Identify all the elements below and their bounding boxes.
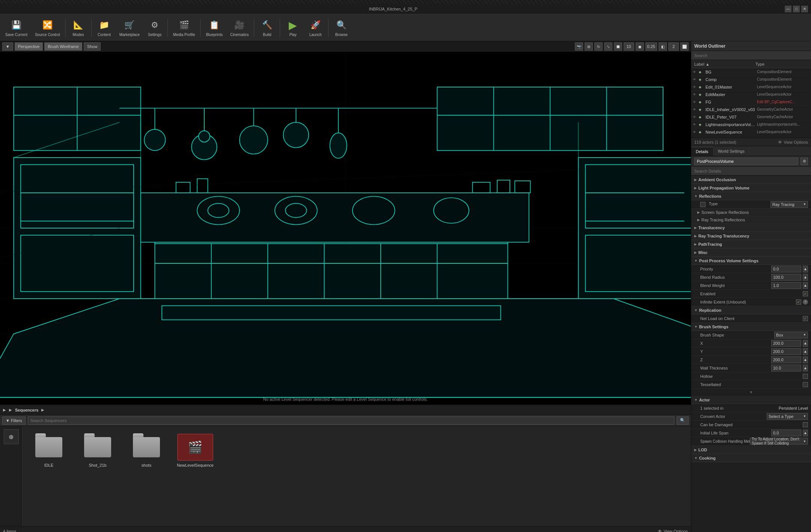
wall-thickness-spin[interactable]: ▲: [803, 365, 808, 371]
priority-input[interactable]: [771, 266, 801, 272]
build-button[interactable]: 🔨 Build: [256, 17, 278, 38]
sequencer-collapse-arrow[interactable]: ▶: [3, 408, 6, 412]
hollow-checkbox[interactable]: [803, 374, 808, 379]
sequencer-folder-idle[interactable]: IDLE: [30, 434, 68, 467]
marketplace-button[interactable]: 🛒 Marketplace: [116, 17, 143, 38]
minimize-button[interactable]: —: [785, 6, 791, 12]
infinite-info-icon[interactable]: ?: [803, 299, 808, 305]
brush-shape-dropdown[interactable]: Box ▼: [774, 332, 808, 338]
sequencer-item-newlevelsequence[interactable]: 🎬 NewLevelSequence: [176, 434, 214, 467]
launch-button[interactable]: 🚀 Launch: [304, 17, 327, 38]
snap-icon[interactable]: 🔲: [614, 42, 622, 51]
seq-view-options-button[interactable]: 👁 View Options: [658, 529, 688, 532]
tab-world-settings[interactable]: World Settings: [713, 147, 749, 156]
section-header-reflections[interactable]: ▼ Reflections: [691, 192, 811, 200]
subsection-ray-tracing-reflections[interactable]: ▶ Ray Tracing Reflections: [691, 216, 811, 224]
grid-icon[interactable]: ⊞: [585, 42, 593, 51]
wo-row-bg[interactable]: 👁 ◆ BG CompositionElement: [691, 68, 811, 76]
wo-row-lightmass[interactable]: 👁 ◆ LightmassImportanceVolume LightmassI…: [691, 121, 811, 128]
can-be-damaged-checkbox[interactable]: [803, 422, 808, 427]
section-header-ppvs[interactable]: ▼ Post Process Volume Settings: [691, 257, 811, 265]
section-header-cooking[interactable]: ▼ Cooking: [691, 454, 811, 462]
wireframe-button[interactable]: Brush Wireframe: [44, 42, 82, 51]
maximize-viewport-icon[interactable]: ⬜: [680, 42, 689, 51]
section-header-actor[interactable]: ▼ Actor: [691, 396, 811, 404]
rotation-icon[interactable]: ↻: [594, 42, 603, 51]
wo-row-fg[interactable]: 👁 ◆ FG Edit BP_CgCaptureC...: [691, 98, 811, 106]
life-span-input[interactable]: [771, 430, 801, 436]
details-search-input[interactable]: [691, 167, 811, 176]
sequencer-search-right-button[interactable]: 🔍: [677, 416, 689, 425]
blueprints-button[interactable]: 📋 Blueprints: [202, 17, 226, 38]
show-button[interactable]: Show: [84, 42, 101, 51]
wo-row-idle-inhaler[interactable]: 👁 ◆ IDLE_Inhaler_sV0002_v03 GeometryCach…: [691, 106, 811, 113]
viewport-options-button[interactable]: ▼: [2, 42, 13, 51]
wo-row-idle-peter[interactable]: 👁 ◆ IDLE_Peter_V07 GeometryCacheActor: [691, 113, 811, 121]
wo-row-edit01[interactable]: 👁 ◆ Edit_01Master LevelSequenceActor: [691, 83, 811, 91]
actor-settings-button[interactable]: ⚙: [800, 158, 808, 165]
source-control-button[interactable]: 🔀 Source Control: [31, 17, 64, 38]
wall-thickness-input[interactable]: [771, 365, 801, 371]
cinematics-button[interactable]: 🎥 Cinematics: [226, 17, 252, 38]
tessellated-checkbox[interactable]: [803, 382, 808, 387]
actor-name-input[interactable]: [694, 158, 798, 165]
section-header-translucency[interactable]: ▶ Translucency: [691, 224, 811, 232]
modes-button[interactable]: 📐 Modes: [67, 17, 90, 38]
speed-value[interactable]: 0.25: [645, 42, 657, 51]
section-header-light-propagation[interactable]: ▶ Light Propagation Volume: [691, 184, 811, 192]
brush-x-input[interactable]: [771, 340, 801, 347]
surface-icon[interactable]: ◼: [636, 42, 644, 51]
save-current-button[interactable]: 💾 Save Current: [2, 17, 31, 38]
sequencer-filters-button[interactable]: ▼ Filters: [2, 416, 26, 425]
blend-weight-input[interactable]: [771, 282, 801, 289]
close-button[interactable]: ✕: [801, 6, 808, 12]
wo-label-col[interactable]: Label ▲: [694, 62, 755, 66]
section-header-replication[interactable]: ▼ Replication: [691, 306, 811, 314]
wo-row-comp[interactable]: 👁 ◆ Comp CompositionElement: [691, 76, 811, 83]
blend-radius-input[interactable]: [771, 274, 801, 281]
sequencer-folder-shots[interactable]: shots: [128, 434, 165, 467]
browse-button[interactable]: 🔍 Browse: [330, 17, 353, 38]
section-header-lod[interactable]: ▶ LOD: [691, 446, 811, 454]
sequencer-expand-arrow[interactable]: ▶: [9, 408, 12, 412]
fov-value[interactable]: 10: [624, 42, 634, 51]
tab-details[interactable]: Details: [691, 147, 713, 156]
sequencer-folder-shot21b[interactable]: Shot_21b: [79, 434, 116, 467]
media-profile-button[interactable]: 🎬 Media Profile: [169, 17, 199, 38]
brush-z-input[interactable]: [771, 356, 801, 363]
world-outliner-search[interactable]: [691, 51, 811, 60]
section-header-misc[interactable]: ▶ Misc: [691, 248, 811, 257]
layers-icon[interactable]: ◧: [659, 42, 667, 51]
sequencer-sidebar-button-1[interactable]: ⊕: [4, 429, 19, 444]
settings-button[interactable]: ⚙ Settings: [143, 17, 166, 38]
reflections-type-dropdown[interactable]: Ray Tracing ▼: [770, 201, 808, 208]
wo-type-col[interactable]: Type: [755, 62, 808, 66]
convert-actor-dropdown[interactable]: Select a Type ▼: [767, 413, 808, 420]
layers-value[interactable]: 2: [668, 42, 679, 51]
life-span-spin[interactable]: ▲: [803, 430, 808, 436]
brush-z-spin[interactable]: ▲: [803, 356, 808, 363]
section-header-path-tracing[interactable]: ▶ PathTracing: [691, 240, 811, 248]
spawn-collision-dropdown[interactable]: Try To Adjust Location, Don't Spawn If S…: [750, 438, 808, 445]
sequencer-search-input[interactable]: [28, 416, 674, 425]
scale-icon[interactable]: ⤡: [604, 42, 612, 51]
section-header-ambient-occlusion[interactable]: ▶ Ambient Occlusion: [691, 176, 811, 184]
subsection-screen-space-reflections[interactable]: ▶ Screen Space Reflections: [691, 209, 811, 216]
type-checkbox[interactable]: [700, 202, 705, 207]
content-button[interactable]: 📁 Content: [93, 17, 116, 38]
wo-row-newlevelseq[interactable]: 👁 ◆ NewLevelSequence LevelSequenceActor: [691, 128, 811, 136]
blend-weight-spin[interactable]: ▲: [803, 282, 808, 289]
section-header-ray-tracing-translucency[interactable]: ▶ Ray Tracing Translucency: [691, 232, 811, 240]
infinite-checkbox[interactable]: [796, 299, 801, 305]
wo-view-options-button[interactable]: 👁 View Options: [778, 140, 808, 144]
brush-x-spin[interactable]: ▲: [803, 340, 808, 347]
brush-y-input[interactable]: [771, 348, 801, 355]
sequencer-more-arrow[interactable]: ▶: [41, 408, 44, 412]
net-load-checkbox[interactable]: [803, 316, 808, 321]
wo-row-editmaster[interactable]: 👁 ◆ EditMaster LevelSequenceActor: [691, 91, 811, 98]
section-header-brush-settings[interactable]: ▼ Brush Settings: [691, 323, 811, 331]
viewport[interactable]: ▼ Perspective Brush Wireframe Show 📷 ⊞ ↻…: [0, 41, 691, 404]
brush-y-spin[interactable]: ▲: [803, 348, 808, 355]
perspective-button[interactable]: Perspective: [15, 42, 43, 51]
camera-icon[interactable]: 📷: [575, 42, 583, 51]
